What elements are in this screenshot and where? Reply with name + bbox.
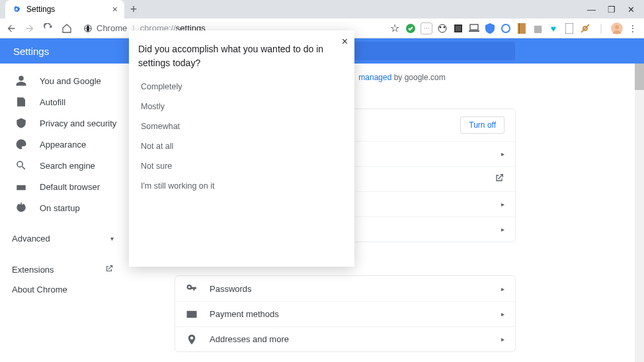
svg-point-2 bbox=[438, 24, 446, 32]
settings-search-box[interactable] bbox=[355, 42, 515, 60]
sidebar-label: Default browser bbox=[40, 182, 100, 192]
browser-icon bbox=[15, 180, 28, 193]
chevron-right-icon: ▸ bbox=[501, 310, 504, 318]
close-window-button[interactable]: ✕ bbox=[627, 5, 635, 15]
addresses-row[interactable]: Addresses and more ▸ bbox=[175, 326, 515, 351]
survey-option-still-working[interactable]: I'm still working on it bbox=[129, 176, 354, 196]
chevron-right-icon: ▸ bbox=[501, 336, 504, 343]
card-icon bbox=[186, 308, 198, 320]
svg-rect-11 bbox=[519, 23, 520, 34]
tab-title: Settings bbox=[26, 5, 55, 14]
svg-point-4 bbox=[444, 26, 446, 28]
shield-icon bbox=[15, 116, 28, 130]
svg-point-15 bbox=[615, 25, 619, 29]
ext-film-icon[interactable] bbox=[452, 23, 464, 34]
chevron-right-icon: ▸ bbox=[501, 150, 504, 158]
settings-title: Settings bbox=[13, 46, 49, 57]
row-label: Addresses and more bbox=[210, 334, 289, 344]
survey-option-not-at-all[interactable]: Not at all bbox=[129, 136, 354, 156]
reload-button[interactable] bbox=[42, 23, 54, 34]
survey-option-not-sure[interactable]: Not sure bbox=[129, 156, 354, 176]
sidebar-label: You and Google bbox=[40, 76, 101, 86]
scrollbar-thumb[interactable] bbox=[635, 64, 644, 90]
sidebar-label: Appearance bbox=[40, 140, 86, 150]
site-info-icon bbox=[83, 24, 93, 33]
url-host: Chrome bbox=[97, 23, 127, 33]
svg-rect-7 bbox=[470, 24, 478, 30]
svg-point-9 bbox=[502, 24, 510, 32]
survey-option-somewhat[interactable]: Somewhat bbox=[129, 116, 354, 136]
power-icon bbox=[15, 201, 28, 214]
sidebar-label: Search engine bbox=[40, 161, 95, 171]
turn-off-button[interactable]: Turn off bbox=[460, 116, 504, 134]
survey-option-mostly[interactable]: Mostly bbox=[129, 97, 354, 116]
ext-laptop-icon[interactable] bbox=[468, 23, 480, 34]
survey-question: Did you accomplish what you wanted to do… bbox=[129, 30, 354, 70]
window-controls: — ❐ ✕ bbox=[587, 0, 644, 19]
ext-greencheck-icon[interactable] bbox=[405, 23, 417, 34]
scroll-track bbox=[635, 64, 644, 362]
key-icon bbox=[186, 283, 198, 294]
ext-heart-icon[interactable]: ♥ bbox=[547, 23, 559, 34]
chevron-right-icon: ▸ bbox=[501, 285, 504, 293]
passwords-row[interactable]: Passwords ▸ bbox=[175, 276, 515, 301]
sidebar-about-chrome[interactable]: About Chrome bbox=[0, 279, 160, 299]
tab-strip: Settings × + — ❐ ✕ bbox=[0, 0, 644, 19]
svg-rect-8 bbox=[469, 30, 479, 32]
ext-panda-icon[interactable] bbox=[436, 23, 448, 34]
chevron-down-icon: ▾ bbox=[110, 235, 114, 242]
autofill-card: Passwords ▸ Payment methods ▸ Addresses … bbox=[175, 275, 516, 352]
browser-tab[interactable]: Settings × bbox=[5, 0, 124, 19]
survey-options: Completely Mostly Somewhat Not at all No… bbox=[129, 70, 354, 196]
row-label: Payment methods bbox=[210, 309, 279, 319]
form-icon bbox=[15, 95, 28, 109]
person-icon bbox=[15, 74, 28, 87]
row-label: Passwords bbox=[210, 284, 252, 294]
advanced-label: Advanced bbox=[12, 234, 50, 244]
new-tab-button[interactable]: + bbox=[124, 0, 143, 19]
profile-avatar[interactable] bbox=[611, 23, 623, 34]
gear-icon bbox=[12, 5, 21, 14]
survey-popup: × Did you accomplish what you wanted to … bbox=[129, 30, 354, 267]
search-icon bbox=[15, 159, 28, 172]
chevron-right-icon: ▸ bbox=[501, 226, 504, 233]
sidebar-label: On startup bbox=[40, 203, 80, 213]
forward-button[interactable] bbox=[24, 23, 36, 34]
divider: | bbox=[595, 23, 607, 34]
home-button[interactable] bbox=[61, 23, 73, 34]
about-label: About Chrome bbox=[12, 285, 67, 294]
svg-point-3 bbox=[440, 26, 442, 28]
external-link-icon bbox=[494, 173, 504, 185]
maximize-button[interactable]: ❐ bbox=[608, 5, 616, 15]
close-survey-button[interactable]: × bbox=[342, 36, 348, 48]
payment-methods-row[interactable]: Payment methods ▸ bbox=[175, 301, 515, 326]
close-tab-icon[interactable]: × bbox=[112, 4, 118, 15]
svg-rect-10 bbox=[518, 23, 526, 34]
palette-icon bbox=[15, 138, 28, 151]
ext-shield-blue-icon[interactable] bbox=[484, 23, 496, 34]
pin-icon bbox=[186, 334, 198, 345]
extensions-label: Extensions bbox=[12, 265, 54, 275]
minimize-button[interactable]: — bbox=[587, 5, 596, 15]
survey-option-completely[interactable]: Completely bbox=[129, 77, 354, 97]
svg-rect-12 bbox=[565, 23, 573, 34]
sidebar-label: Privacy and security bbox=[40, 118, 116, 128]
ext-doc-icon[interactable] bbox=[563, 23, 575, 34]
ext-circle-blue-icon[interactable] bbox=[500, 23, 512, 34]
chevron-right-icon: ▸ bbox=[501, 201, 504, 208]
svg-rect-6 bbox=[456, 26, 461, 31]
sidebar-label: Autofill bbox=[40, 97, 65, 107]
external-link-icon bbox=[104, 264, 114, 275]
ext-grid-icon[interactable]: ▦ bbox=[532, 23, 543, 34]
ext-strike-icon[interactable] bbox=[579, 23, 591, 34]
ext-book-icon[interactable] bbox=[516, 23, 528, 34]
bookmark-star-icon[interactable]: ☆ bbox=[389, 23, 401, 34]
chrome-menu-button[interactable]: ⋮ bbox=[627, 23, 639, 34]
back-button[interactable] bbox=[5, 23, 17, 34]
ext-badge-icon[interactable]: ⋯ bbox=[421, 23, 432, 34]
